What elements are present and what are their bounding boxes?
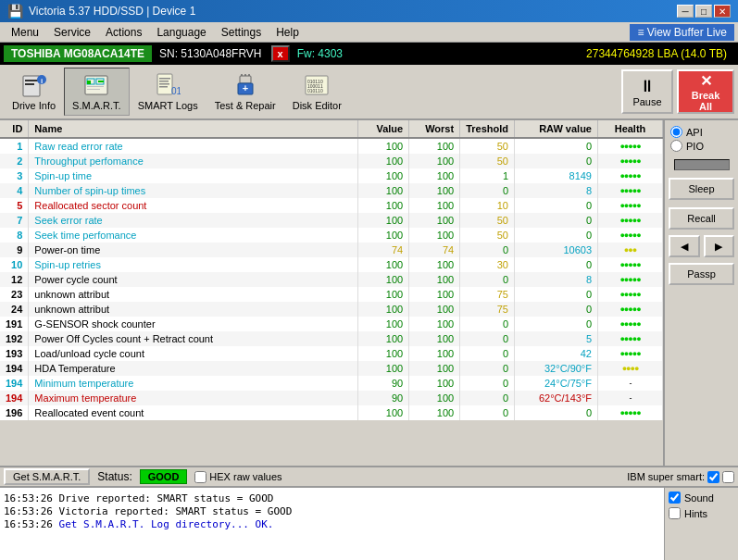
get-smart-button[interactable]: Get S.M.A.R.T. [4, 468, 90, 485]
cell-treshold: 10 [460, 198, 515, 213]
api-radio[interactable] [670, 126, 682, 138]
cell-value: 90 [358, 376, 409, 391]
break-all-button[interactable]: ✕ Break All [677, 69, 734, 114]
smart-button[interactable]: S.M.A.R.T. [64, 68, 130, 116]
minimize-button[interactable]: ─ [677, 5, 694, 18]
col-health: Health [598, 120, 663, 138]
cell-id: 194 [0, 361, 29, 376]
maximize-button[interactable]: □ [695, 5, 712, 18]
table-row: 2 Throughput perfomance 100 100 50 0 ●●●… [0, 154, 663, 168]
cell-worst: 100 [409, 272, 460, 287]
col-raw: RAW value [515, 120, 598, 138]
menu-item-service[interactable]: Service [46, 24, 98, 41]
table-row: 24 unknown attribut 100 100 75 0 ●●●●● [0, 302, 663, 317]
sound-text: Sound [684, 492, 714, 504]
cell-worst: 100 [409, 317, 460, 331]
cell-raw: 0 [515, 257, 598, 272]
right-btn[interactable]: ▶ [704, 235, 735, 257]
sleep-button[interactable]: Sleep [669, 178, 734, 200]
hex-raw-label[interactable]: HEX raw values [194, 471, 281, 483]
table-row: 196 Reallocated event count 100 100 0 0 … [0, 405, 663, 420]
svg-text:i: i [40, 77, 42, 85]
test-repair-icon: + [231, 72, 260, 98]
hints-checkbox[interactable] [669, 507, 681, 519]
smart-icon [81, 72, 111, 98]
drive-info-button[interactable]: i Drive Info [4, 68, 64, 116]
main-content: ID Name Value Worst Treshold RAW value H… [0, 120, 738, 466]
drive-bar: TOSHIBA MG08ACA14TE SN: 5130A048FRVH x F… [0, 43, 738, 65]
smart-area: ID Name Value Worst Treshold RAW value H… [0, 120, 664, 466]
title-text: Victoria 5.37 HDD/SSD | Device 1 [29, 5, 677, 18]
table-row: 23 unknown attribut 100 100 75 0 ●●●●● [0, 287, 663, 302]
menu-item-actions[interactable]: Actions [98, 24, 149, 41]
cell-name: Reallocated sector count [29, 198, 358, 213]
log-line-3: 16:53:26 Get S.M.A.R.T. Log directory...… [4, 518, 660, 530]
left-btn[interactable]: ◀ [669, 235, 700, 257]
pause-label: Pause [632, 96, 661, 107]
toolbar: i Drive Info S.M.A.R.T. [0, 65, 738, 120]
drive-name: TOSHIBA MG08ACA14TE [4, 45, 152, 62]
cell-value: 100 [358, 198, 409, 213]
cell-value: 100 [358, 183, 409, 198]
cell-worst: 74 [409, 243, 460, 257]
cell-worst: 100 [409, 168, 460, 183]
cell-name: Number of spin-up times [29, 183, 358, 198]
cell-name: Maximum temperature [29, 391, 358, 405]
smart-tbody: 1 Raw read error rate 100 100 50 0 ●●●●●… [0, 138, 663, 420]
cell-treshold: 0 [460, 317, 515, 331]
cell-treshold: 0 [460, 376, 515, 391]
ibm-super-checkbox2[interactable] [722, 471, 734, 483]
smart-table: ID Name Value Worst Treshold RAW value H… [0, 120, 663, 420]
disk-editor-button[interactable]: 010110 100011 010110 Disk Editor [284, 68, 350, 116]
sound-checkbox[interactable] [669, 492, 681, 504]
log-content[interactable]: 16:53:26 Drive reported: SMART status = … [0, 488, 664, 560]
ibm-super-checkbox[interactable] [707, 471, 719, 483]
close-button[interactable]: ✕ [714, 5, 731, 18]
smart-logs-icon: 01 [153, 72, 182, 98]
recall-button[interactable]: Recall [669, 207, 734, 230]
cell-health: ●●●●● [598, 346, 663, 361]
view-buffer-button[interactable]: ≡ View Buffer Live [630, 24, 734, 41]
cell-health: ●●●●● [598, 287, 663, 302]
cell-id: 192 [0, 331, 29, 346]
smart-table-container[interactable]: ID Name Value Worst Treshold RAW value H… [0, 120, 663, 466]
cell-health: ●●●●● [598, 138, 663, 154]
cell-treshold: 0 [460, 346, 515, 361]
cell-value: 100 [358, 302, 409, 317]
table-row: 7 Seek error rate 100 100 50 0 ●●●●● [0, 213, 663, 228]
pio-radio[interactable] [670, 140, 682, 152]
cell-value: 100 [358, 361, 409, 376]
api-radio-label[interactable]: API [670, 126, 732, 138]
cell-value: 100 [358, 287, 409, 302]
cell-treshold: 0 [460, 405, 515, 420]
cell-id: 194 [0, 391, 29, 405]
break-label: Break All [688, 90, 723, 112]
hints-label[interactable]: Hints [669, 507, 734, 519]
cell-health: ●●●●● [598, 317, 663, 331]
drive-eject-button[interactable]: x [271, 45, 290, 62]
cell-value: 100 [358, 257, 409, 272]
menu-item-language[interactable]: Language [149, 24, 213, 41]
passp-button[interactable]: Passp [669, 263, 734, 285]
sound-label[interactable]: Sound [669, 492, 734, 504]
cell-worst: 100 [409, 154, 460, 168]
pio-radio-label[interactable]: PIO [670, 140, 732, 152]
table-row: 10 Spin-up retries 100 100 30 0 ●●●●● [0, 257, 663, 272]
cell-worst: 100 [409, 198, 460, 213]
pause-button[interactable]: ⏸ Pause [621, 69, 673, 114]
smart-logs-button[interactable]: 01 SMART Logs [130, 68, 206, 116]
slider-control[interactable] [674, 159, 730, 170]
cell-name: Seek time perfomance [29, 228, 358, 243]
menu-item-help[interactable]: Help [269, 24, 306, 41]
table-row: 5 Reallocated sector count 100 100 10 0 … [0, 198, 663, 213]
cell-health: ●●●●● [598, 213, 663, 228]
menu-item-settings[interactable]: Settings [214, 24, 269, 41]
cell-worst: 100 [409, 391, 460, 405]
hex-raw-checkbox[interactable] [194, 471, 206, 483]
transfer-mode-group: API PIO [669, 124, 734, 154]
menu-item-menu[interactable]: Menu [4, 24, 46, 41]
title-bar: 💾 Victoria 5.37 HDD/SSD | Device 1 ─ □ ✕ [0, 0, 738, 22]
cell-worst: 100 [409, 405, 460, 420]
cell-raw: 32°C/90°F [515, 361, 598, 376]
test-repair-button[interactable]: + Test & Repair [206, 68, 284, 116]
